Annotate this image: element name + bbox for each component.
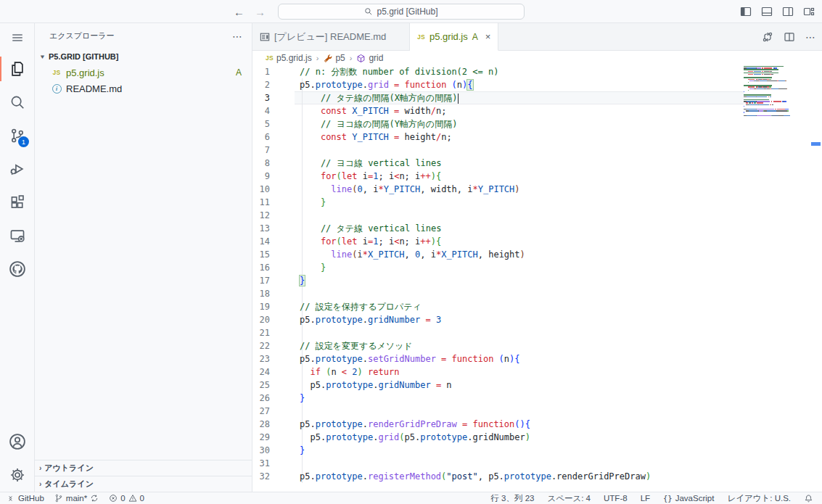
git-branch-status[interactable]: main* [54,494,99,503]
line-number[interactable]: 13 [252,222,270,235]
nav-back-icon[interactable]: ← [234,6,244,18]
toggle-sidebar-icon[interactable] [740,6,752,17]
source-control-button[interactable]: 1 [0,119,34,152]
code-line[interactable]: const X_PITCH = width/n; [300,104,744,117]
indentation-status[interactable]: スペース: 4 [547,493,591,504]
line-number[interactable]: 3 [252,91,270,104]
nav-forward-icon[interactable]: → [255,6,266,18]
layout-status[interactable]: レイアウト: U.S. [727,493,791,504]
close-icon[interactable]: × [485,31,491,42]
encoding-status[interactable]: UTF-8 [604,494,628,503]
code-line[interactable] [300,405,744,418]
line-number[interactable]: 9 [252,170,270,183]
code-line[interactable]: p5.prototype.grid = function (n){ [300,78,744,91]
code-line[interactable]: p5.prototype.registerMethod("post", p5.p… [300,470,744,483]
open-changes-icon[interactable] [762,31,773,43]
code-line[interactable] [300,209,744,222]
eol-status[interactable]: LF [641,494,650,503]
line-number[interactable]: 16 [252,261,270,274]
line-number[interactable]: 12 [252,209,270,222]
line-number[interactable]: 22 [252,339,270,352]
remote-explorer-button[interactable] [0,219,34,252]
line-number[interactable]: 28 [252,418,270,431]
code-line[interactable]: p5.prototype.grid(p5.prototype.gridNumbe… [300,431,744,444]
explorer-more-icon[interactable]: ⋯ [232,30,243,42]
line-number[interactable]: 11 [252,196,270,209]
command-center-search[interactable]: p5.grid [GitHub] [278,4,525,20]
problems-status[interactable]: 0 0 [109,494,144,503]
outline-section-header[interactable]: › アウトライン [35,460,252,476]
line-number[interactable]: 20 [252,313,270,326]
line-number[interactable]: 10 [252,183,270,196]
toggle-panel-icon[interactable] [761,6,773,17]
code-line[interactable]: p5.prototype.gridNumber = n [300,379,744,392]
cursor-position-status[interactable]: 行 3、列 23 [490,493,534,504]
breadcrumb-file[interactable]: JS p5.grid.js [266,53,312,63]
line-number[interactable]: 25 [252,379,270,392]
settings-button[interactable] [0,458,34,492]
line-number[interactable]: 5 [252,117,270,131]
customize-layout-icon[interactable] [803,6,815,17]
code-line[interactable]: for(let i=1; i<n; i++){ [300,235,744,248]
line-number[interactable]: 21 [252,326,270,339]
line-number[interactable]: 17 [252,274,270,287]
line-number[interactable]: 18 [252,287,270,300]
line-number[interactable]: 26 [252,392,270,405]
code-line[interactable]: line(0, i*Y_PITCH, width, i*Y_PITCH) [300,183,744,196]
search-button[interactable] [0,86,34,119]
line-number[interactable]: 7 [252,144,270,157]
extensions-button[interactable] [0,186,34,219]
line-number[interactable]: 6 [252,131,270,144]
language-status[interactable]: {} JavaScript [663,494,714,503]
code-editor[interactable]: 1234567891011121314151617181920212223242… [252,65,822,492]
line-number[interactable]: 30 [252,444,270,457]
code-line[interactable]: // ヨコ線の間隔(Y軸方向の間隔) [300,117,744,131]
toggle-secondary-sidebar-icon[interactable] [782,6,794,17]
code-line[interactable]: } [300,261,744,274]
tab-readme-preview[interactable]: [プレビュー] README.md [252,23,410,50]
line-number[interactable]: 24 [252,365,270,379]
timeline-section-header[interactable]: › タイムライン [35,476,252,492]
code-line[interactable]: // 設定を変更するメソッド [300,339,744,352]
code-line[interactable]: p5.prototype.setGridNumber = function (n… [300,352,744,365]
code-line[interactable]: } [300,274,744,287]
code-line[interactable]: // タテ線の間隔(X軸方向の間隔) [300,91,744,104]
line-number[interactable]: 2 [252,78,270,91]
code-line[interactable] [300,144,744,157]
line-number[interactable]: 19 [252,300,270,313]
menu-button[interactable] [0,23,34,52]
line-number[interactable]: 1 [252,65,270,78]
code-line[interactable]: } [300,444,744,457]
line-number[interactable]: 27 [252,405,270,418]
explorer-button[interactable] [0,52,34,86]
breadcrumb-symbol-grid[interactable]: grid [356,53,383,63]
code-line[interactable]: // n: 分割数 number of division(2 <= n) [300,65,744,78]
code-line[interactable]: } [300,196,744,209]
line-number[interactable]: 31 [252,457,270,470]
code-line[interactable]: p5.prototype.gridNumber = 3 [300,313,744,326]
line-number[interactable]: 8 [252,157,270,170]
minimap[interactable] [744,66,790,117]
remote-indicator[interactable]: GitHub [6,494,44,503]
code-line[interactable]: // タテ線 vertical lines [300,222,744,235]
line-number[interactable]: 32 [252,470,270,483]
code-line[interactable] [300,287,744,300]
code-line[interactable] [300,326,744,339]
line-number[interactable]: 29 [252,431,270,444]
code-line[interactable]: // ヨコ線 vertical lines [300,157,744,170]
code-line[interactable]: const Y_PITCH = height/n; [300,131,744,144]
bell-icon[interactable] [804,494,813,503]
breadcrumb-symbol-p5[interactable]: p5 [323,53,345,63]
github-button[interactable] [0,252,34,286]
tab-p5-grid-js[interactable]: JS p5.grid.js A × [410,23,498,51]
file-item-p5-grid-js[interactable]: JS p5.grid.js A [35,65,252,80]
code-line[interactable]: for(let i=1; i<n; i++){ [300,170,744,183]
code-line[interactable]: p5.prototype.renderGridPreDraw = functio… [300,418,744,431]
account-button[interactable] [0,425,34,458]
more-actions-icon[interactable]: ⋯ [805,31,816,43]
run-debug-button[interactable] [0,152,34,186]
line-number[interactable]: 14 [252,235,270,248]
split-editor-icon[interactable] [784,31,795,43]
code-line[interactable]: line(i*X_PITCH, 0, i*X_PITCH, height) [300,248,744,261]
code-line[interactable]: } [300,392,744,405]
